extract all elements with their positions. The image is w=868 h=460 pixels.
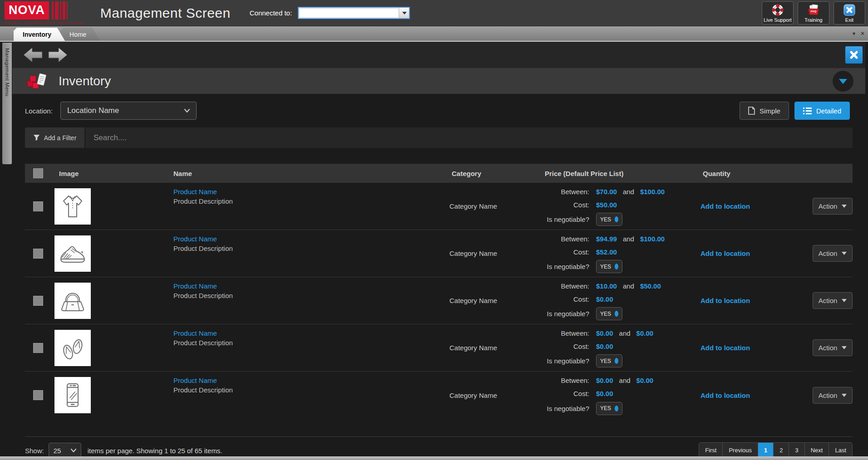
tab-home[interactable]: Home	[60, 28, 100, 41]
product-image[interactable]	[54, 188, 91, 225]
price-min-link[interactable]: $0.00	[596, 329, 613, 337]
row-checkbox[interactable]	[33, 296, 43, 306]
add-to-location-link[interactable]: Add to location	[700, 391, 750, 399]
row-checkbox[interactable]	[33, 343, 43, 353]
connected-to-combobox[interactable]	[298, 7, 410, 19]
collapse-panel-button[interactable]	[833, 71, 853, 92]
add-to-location-link[interactable]: Add to location	[700, 250, 750, 257]
add-to-location-link[interactable]: Add to location	[700, 297, 750, 304]
negotiable-toggle[interactable]: YES	[596, 213, 622, 226]
action-button[interactable]: Action	[813, 292, 853, 309]
pagination-button[interactable]: 3	[789, 443, 804, 458]
category-value: Category Name	[436, 202, 533, 210]
product-name-link[interactable]: Product Name	[173, 188, 436, 196]
back-arrow-icon[interactable]	[22, 46, 44, 64]
action-button[interactable]: Action	[813, 387, 853, 404]
price-max-link[interactable]: $50.00	[640, 282, 661, 290]
price-min-link[interactable]: $0.00	[596, 377, 613, 384]
product-image[interactable]	[54, 377, 91, 413]
tab-close-icon[interactable]: ✕	[860, 31, 865, 36]
product-name-link[interactable]: Product Name	[173, 282, 436, 290]
price-max-link[interactable]: $100.00	[640, 235, 665, 243]
row-checkbox[interactable]	[33, 249, 43, 259]
training-button[interactable]: FAQ Training	[798, 1, 829, 24]
product-name-link[interactable]: Product Name	[173, 329, 436, 337]
pagination-button[interactable]: Previous	[722, 443, 758, 458]
row-checkbox[interactable]	[33, 390, 43, 400]
nova-logo: NOVA RETAIL TECHNOLOGY SOLUTIONS	[5, 1, 85, 25]
tab-list-chevron-icon[interactable]: ▾	[853, 31, 855, 36]
action-button[interactable]: Action	[813, 339, 853, 356]
cost-link[interactable]: $50.00	[596, 201, 617, 209]
cost-label: Cost:	[533, 343, 589, 350]
cost-link[interactable]: $52.00	[596, 248, 617, 256]
negotiable-label: Is negotiable?	[533, 357, 589, 365]
cost-label: Cost:	[533, 390, 589, 397]
pagination-button[interactable]: Next	[804, 443, 829, 458]
product-image[interactable]	[54, 235, 91, 272]
combobox-dropdown-button[interactable]	[399, 8, 409, 18]
pagination-button[interactable]: Last	[829, 443, 852, 458]
select-all-checkbox[interactable]	[33, 168, 43, 178]
between-label: Between:	[533, 329, 589, 337]
connected-to-value[interactable]	[299, 8, 399, 18]
toggle-dot	[615, 311, 618, 317]
list-icon	[803, 108, 812, 114]
navigation-row	[12, 42, 865, 68]
negotiable-label: Is negotiable?	[533, 310, 589, 318]
row-checkbox[interactable]	[33, 201, 43, 211]
price-min-link[interactable]: $94.99	[596, 235, 617, 243]
pagination-button[interactable]: 1	[758, 443, 773, 458]
negotiable-toggle[interactable]: YES	[596, 260, 622, 273]
product-name-link[interactable]: Product Name	[173, 235, 436, 243]
table-row: Product Name Product Description Categor…	[25, 183, 853, 230]
price-min-link[interactable]: $10.00	[596, 282, 617, 290]
cost-link[interactable]: $0.00	[596, 343, 613, 350]
management-menu-strip[interactable]: Management Menu	[2, 43, 12, 164]
price-max-link[interactable]: $0.00	[636, 329, 654, 337]
product-image[interactable]	[54, 283, 91, 319]
toggle-dot	[615, 216, 618, 222]
forward-arrow-icon[interactable]	[47, 46, 69, 64]
action-button[interactable]: Action	[813, 245, 853, 262]
add-filter-button[interactable]: Add a Filter	[25, 127, 85, 148]
negotiable-toggle[interactable]: YES	[596, 354, 622, 367]
price-cell: Between: $94.99 and $100.00 Cost: $52.00…	[533, 234, 670, 273]
pagination-button[interactable]: 2	[773, 443, 789, 458]
simple-view-button[interactable]: Simple	[740, 102, 789, 120]
add-to-location-link[interactable]: Add to location	[700, 202, 750, 210]
detailed-view-button[interactable]: Detailed	[794, 102, 850, 120]
product-description: Product Description	[173, 339, 436, 347]
close-screen-button[interactable]	[845, 46, 863, 64]
price-max-link[interactable]: $0.00	[636, 377, 654, 384]
inventory-icon	[26, 72, 47, 91]
live-support-button[interactable]: Live Support	[762, 1, 794, 24]
action-button[interactable]: Action	[813, 198, 853, 215]
search-input[interactable]	[85, 127, 853, 148]
location-select[interactable]: Location Name	[60, 102, 197, 120]
negotiable-toggle[interactable]: YES	[596, 402, 622, 415]
connected-to-group: Connected to:	[250, 7, 410, 19]
toggle-yes-label: YES	[600, 358, 611, 364]
tab-inventory[interactable]: Inventory	[14, 28, 65, 41]
toggle-yes-label: YES	[600, 311, 611, 317]
page-size-select[interactable]: 25	[49, 443, 81, 458]
cost-link[interactable]: $0.00	[596, 390, 613, 397]
cost-link[interactable]: $0.00	[596, 295, 613, 303]
add-to-location-link[interactable]: Add to location	[700, 344, 750, 352]
view-toggle-group: Simple Detailed	[740, 102, 850, 120]
price-cell: Between: $0.00 and $0.00 Cost: $0.00 Is …	[533, 328, 670, 367]
pagination-button[interactable]: First	[699, 443, 722, 458]
table-row: Product Name Product Description Categor…	[25, 372, 853, 419]
product-description: Product Description	[173, 245, 436, 252]
negotiable-toggle[interactable]: YES	[596, 307, 622, 320]
product-image[interactable]	[54, 330, 91, 366]
add-filter-label: Add a Filter	[44, 134, 77, 142]
price-min-link[interactable]: $70.00	[596, 188, 617, 196]
product-name-link[interactable]: Product Name	[173, 377, 436, 384]
exit-button[interactable]: Exit	[833, 1, 865, 24]
header-buttons: Live Support FAQ Training	[762, 1, 865, 24]
price-max-link[interactable]: $100.00	[640, 188, 665, 196]
column-header-name: Name	[173, 170, 436, 177]
table-body: Product Name Product Description Categor…	[25, 183, 853, 419]
